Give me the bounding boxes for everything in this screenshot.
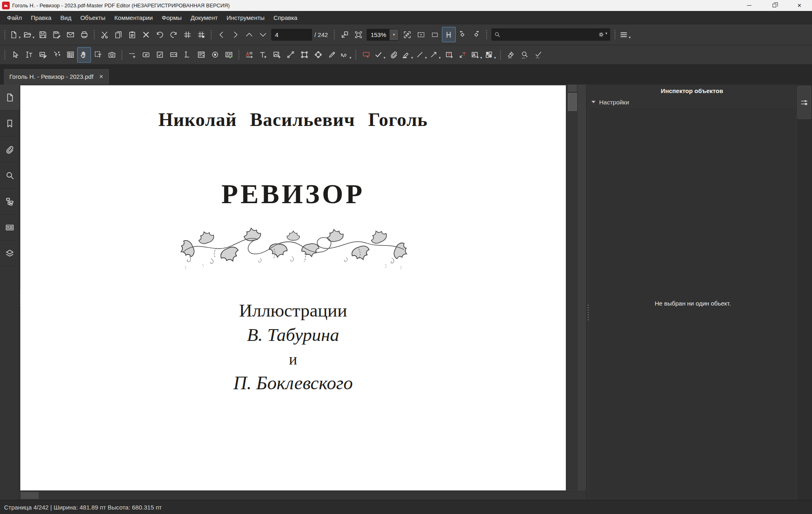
cut-button[interactable] <box>97 27 111 42</box>
edit-forms-tool-button[interactable] <box>50 47 63 63</box>
grid-button[interactable] <box>180 27 194 42</box>
menu-forms[interactable]: Формы <box>157 12 186 23</box>
menu-edit[interactable]: Правка <box>26 12 56 23</box>
sidebar-layers-button[interactable] <box>0 241 19 267</box>
zoom-marquee-out-button[interactable] <box>428 27 442 42</box>
sidebar-bookmarks-button[interactable] <box>0 111 19 137</box>
open-document-button[interactable]: ▾ <box>22 27 36 42</box>
crop-pages-button[interactable] <box>351 27 365 42</box>
menu-help[interactable]: Справка <box>269 12 302 23</box>
page-number-input[interactable] <box>271 29 312 41</box>
horizontal-scrollbar-thumb[interactable] <box>21 492 39 499</box>
combobox-field-tool-button[interactable] <box>167 47 180 63</box>
sidebar-search-panel-button[interactable] <box>0 163 19 189</box>
email-button[interactable] <box>63 27 77 42</box>
calibrate-measure-tool-button[interactable] <box>531 47 545 63</box>
select-text-area-button[interactable] <box>91 47 105 63</box>
next-page-button[interactable] <box>228 27 242 42</box>
fit-visible-button[interactable] <box>401 27 414 42</box>
insert-text-tool-button[interactable] <box>256 47 270 63</box>
tile-stamp-button[interactable]: ▾ <box>483 47 497 63</box>
fit-page-button[interactable] <box>338 27 351 42</box>
edit-images-tool-button[interactable] <box>36 47 50 63</box>
menu-view[interactable]: Вид <box>56 12 76 23</box>
toolbar-grip[interactable] <box>484 29 489 40</box>
text-box-annotation-button[interactable] <box>442 47 456 63</box>
line-annotation-tool-button[interactable]: ▾ <box>414 47 428 63</box>
horizontal-scrollbar[interactable] <box>19 491 586 500</box>
settings-section-header[interactable]: Настройки <box>587 97 797 107</box>
pencil-tool-button[interactable] <box>325 47 339 63</box>
properties-side-tab[interactable] <box>797 86 811 119</box>
highlight-tool-button[interactable]: ▾ <box>401 47 414 63</box>
menu-objects[interactable]: Объекты <box>76 12 110 23</box>
toolbar-grip[interactable] <box>498 50 503 60</box>
menu-comments[interactable]: Комментарии <box>110 12 157 23</box>
signature-tool-button[interactable]: ▾ <box>339 47 353 63</box>
pdf-page[interactable]: Николай Васильевич Гоголь РЕВИЗОР <box>20 85 566 490</box>
ellipse-tool-button[interactable] <box>311 47 325 63</box>
text-field-tool-button[interactable] <box>222 47 236 63</box>
snap-to-grid-button[interactable] <box>194 27 208 42</box>
search-input[interactable] <box>502 31 598 38</box>
radio-field-tool-button[interactable] <box>208 47 222 63</box>
sidebar-structure-button[interactable] <box>0 189 19 215</box>
menu-tools[interactable]: Инструменты <box>222 12 269 23</box>
toolbar-grip[interactable] <box>613 29 617 40</box>
zoom-measure-tool-button[interactable] <box>518 47 531 63</box>
tab-close-icon[interactable]: ✕ <box>99 74 104 80</box>
list-field-tool-button[interactable] <box>194 47 208 63</box>
save-as-button[interactable] <box>50 27 63 42</box>
page-down-button[interactable] <box>256 27 270 42</box>
undo-button[interactable] <box>153 27 167 42</box>
eraser-measure-tool-button[interactable] <box>504 47 518 63</box>
toolbar-grip[interactable] <box>119 50 124 60</box>
stamp-tool-button[interactable]: ▾ <box>470 47 483 63</box>
redo-button[interactable] <box>167 27 180 42</box>
zoom-marquee-button[interactable] <box>414 27 428 42</box>
link-tool-button[interactable] <box>125 47 139 63</box>
select-tool-button[interactable] <box>8 47 22 63</box>
toolbar-grip[interactable] <box>2 50 7 60</box>
document-tab[interactable]: Гоголь Н. - Ревизор - 2023.pdf ✕ <box>3 68 110 85</box>
checkbox-field-tool-button[interactable] <box>153 47 167 63</box>
delete-button[interactable] <box>139 27 153 42</box>
page-up-button[interactable] <box>242 27 256 42</box>
menu-file[interactable]: Файл <box>2 12 26 23</box>
inspector-splitter-handle[interactable] <box>587 304 589 320</box>
save-button[interactable] <box>36 27 50 42</box>
minimize-button[interactable] <box>736 0 762 11</box>
toolbar-grip[interactable] <box>236 50 241 60</box>
document-viewport[interactable]: Николай Васильевич Гоголь РЕВИЗОР <box>19 85 586 500</box>
copy-button[interactable] <box>111 27 125 42</box>
button-field-tool-button[interactable] <box>139 47 153 63</box>
page-layout-button[interactable] <box>442 27 456 42</box>
print-button[interactable] <box>77 27 91 42</box>
hand-tool-button[interactable] <box>77 47 91 63</box>
line-tool-button[interactable] <box>284 47 297 63</box>
edit-text-tool-button[interactable] <box>22 47 36 63</box>
attach-file-annotation-button[interactable] <box>387 47 401 63</box>
restore-button[interactable] <box>762 0 787 11</box>
paste-button[interactable] <box>125 27 139 42</box>
zoom-dropdown-caret-icon[interactable]: ▾ <box>390 29 398 40</box>
toolbar-grip[interactable] <box>209 29 214 40</box>
close-button[interactable]: ✕ <box>787 0 812 11</box>
callout-annotation-button[interactable] <box>456 47 470 63</box>
zoom-level-select[interactable]: 153%▾ <box>367 29 398 41</box>
vertical-scrollbar[interactable] <box>567 85 578 490</box>
arrow-annotation-tool-button[interactable]: ▾ <box>428 47 442 63</box>
toolbar-grip[interactable] <box>332 29 337 40</box>
insert-image-tool-button[interactable] <box>270 47 284 63</box>
rectangle-tool-button[interactable] <box>297 47 311 63</box>
toolbar-grip[interactable] <box>353 50 358 60</box>
sidebar-signatures-button[interactable] <box>0 215 19 241</box>
check-annotation-tool-button[interactable]: ▾ <box>373 47 387 63</box>
snapshot-tool-button[interactable] <box>105 47 119 63</box>
new-document-button[interactable]: ▾ <box>8 27 22 42</box>
listbox-field-tool-button[interactable] <box>180 47 194 63</box>
next-view-button[interactable] <box>470 27 483 42</box>
menu-document[interactable]: Документ <box>186 12 222 23</box>
vertical-scrollbar-thumb[interactable] <box>568 93 577 111</box>
previous-view-button[interactable] <box>456 27 470 42</box>
